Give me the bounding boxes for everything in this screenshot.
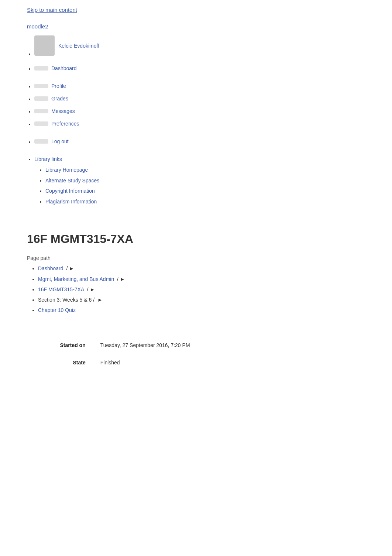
quiz-info-table: Started on Tuesday, 27 September 2016, 7… — [27, 337, 248, 371]
breadcrumb-mgmt-link[interactable]: Mgmt, Marketing, and Bus Admin — [38, 276, 116, 282]
nav-dashboard-link[interactable]: Dashboard — [51, 63, 77, 73]
dashboard-icon-block — [34, 66, 48, 71]
library-homepage-link[interactable]: Library Homepage — [45, 167, 88, 173]
plagiarism-link[interactable]: Plagiarism Information — [45, 199, 97, 205]
site-name-link[interactable]: moodle2 — [0, 20, 392, 33]
nav-grades-item: Grades — [34, 93, 365, 104]
main-navigation: Kelcie Evdokimoff Dashboard Profile G — [0, 35, 392, 212]
nav-dashboard-item: Dashboard — [34, 63, 365, 73]
breadcrumb-course: 16F MGMT315-7XA / ► — [38, 285, 365, 294]
breadcrumb-list: Dashboard / ► Mgmt, Marketing, and Bus A… — [27, 264, 365, 315]
nav-library-item: Library links Library Homepage Alternate… — [34, 154, 365, 206]
breadcrumb-arrow-4: ► — [97, 297, 103, 303]
breadcrumb-quiz: Chapter 10 Quiz — [38, 306, 365, 315]
nav-preferences-item: Preferences — [34, 119, 365, 129]
nav-logout-link[interactable]: Log out — [51, 136, 69, 147]
library-homepage-item: Library Homepage — [45, 165, 365, 175]
state-value: Finished — [93, 354, 248, 371]
messages-icon-block — [34, 109, 48, 113]
state-row: State Finished — [27, 354, 248, 371]
breadcrumb-arrow-2: / ► — [117, 276, 125, 282]
nav-profile-item: Profile — [34, 81, 365, 91]
page-path-label: Page path — [27, 255, 365, 261]
nav-spacer-1 — [34, 58, 365, 61]
nav-messages-link[interactable]: Messages — [51, 106, 75, 116]
alternate-study-link[interactable]: Alternate Study Spaces — [45, 178, 99, 183]
main-content: 16F MGMT315-7XA Page path Dashboard / ► … — [0, 214, 392, 385]
breadcrumb-course-link[interactable]: 16F MGMT315-7XA — [38, 286, 85, 292]
nav-logout-item: Log out — [34, 136, 365, 147]
library-sub-list: Library Homepage Alternate Study Spaces … — [34, 165, 365, 206]
alternate-study-item: Alternate Study Spaces — [45, 176, 365, 186]
nav-spacer-5 — [34, 209, 365, 212]
breadcrumb-dashboard: Dashboard / ► — [38, 264, 365, 273]
skip-to-main-link[interactable]: Skip to main content — [0, 0, 392, 20]
profile-icon-block — [34, 84, 48, 88]
breadcrumb-mgmt: Mgmt, Marketing, and Bus Admin / ► — [38, 275, 365, 284]
breadcrumb-arrow-3: / ► — [87, 286, 95, 292]
started-on-row: Started on Tuesday, 27 September 2016, 7… — [27, 337, 248, 354]
user-name-link[interactable]: Kelcie Evdokimoff — [58, 41, 99, 51]
nav-library-link[interactable]: Library links — [34, 156, 62, 162]
nav-grades-link[interactable]: Grades — [51, 93, 68, 104]
breadcrumb-quiz-link[interactable]: Chapter 10 Quiz — [38, 307, 76, 313]
nav-spacer-2 — [34, 76, 365, 79]
breadcrumb-section: Section 3: Weeks 5 & 6 / ► — [38, 295, 365, 305]
state-label: State — [27, 354, 93, 371]
logout-icon-block — [34, 139, 48, 144]
started-on-label: Started on — [27, 337, 93, 354]
copyright-link[interactable]: Copyright Information — [45, 188, 95, 194]
breadcrumb-dashboard-link[interactable]: Dashboard — [38, 265, 65, 271]
nav-spacer-4 — [34, 149, 365, 152]
user-avatar — [34, 35, 55, 56]
nav-spacer-3 — [34, 131, 365, 134]
nav-messages-item: Messages — [34, 106, 365, 116]
page-title: 16F MGMT315-7XA — [27, 232, 365, 246]
plagiarism-item: Plagiarism Information — [45, 197, 365, 207]
grades-icon-block — [34, 96, 48, 101]
nav-preferences-link[interactable]: Preferences — [51, 119, 79, 129]
preferences-icon-block — [34, 121, 48, 126]
nav-profile-link[interactable]: Profile — [51, 81, 66, 91]
started-on-value: Tuesday, 27 September 2016, 7:20 PM — [93, 337, 248, 354]
copyright-item: Copyright Information — [45, 186, 365, 196]
breadcrumb-arrow-1: / ► — [66, 265, 74, 271]
user-name-item: Kelcie Evdokimoff — [34, 35, 365, 56]
